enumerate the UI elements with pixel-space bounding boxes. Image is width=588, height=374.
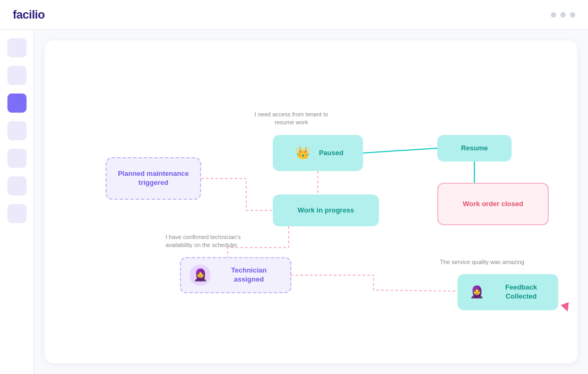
node-paused[interactable]: 👑 Paused <box>273 135 363 171</box>
header: facilio <box>0 0 588 30</box>
header-dot-1 <box>551 12 556 18</box>
sidebar-item-7[interactable] <box>7 204 27 223</box>
sidebar-item-6[interactable] <box>7 176 27 196</box>
sidebar-item-1[interactable] <box>7 38 27 57</box>
node-planned-maintenance[interactable]: Planned maintenance triggered <box>106 157 201 200</box>
avatar-technician: 🧕 <box>189 265 211 286</box>
logo: facilio <box>13 8 45 22</box>
node-work-in-progress[interactable]: Work in progress <box>273 194 379 226</box>
svg-line-0 <box>363 148 437 153</box>
comment-paused: I need access from tenant to resume work <box>252 110 331 127</box>
node-feedback-collected[interactable]: 🧕 Feedback Collected <box>457 274 558 310</box>
node-technician-assigned[interactable]: 🧕 Technician assigned <box>180 257 291 293</box>
sidebar-item-5[interactable] <box>7 149 27 168</box>
card-area: I need access from tenant to resume work… <box>45 40 577 363</box>
node-resume[interactable]: Resume <box>437 135 512 162</box>
avatar-feedback: 🧕 <box>466 282 487 303</box>
node-work-order-closed[interactable]: Work order closed <box>437 183 549 225</box>
comment-feedback: The service quality was amazing <box>440 258 524 266</box>
main-layout: I need access from tenant to resume work… <box>0 30 588 374</box>
sidebar-item-3[interactable] <box>7 94 27 113</box>
flow-diagram: I need access from tenant to resume work… <box>45 40 577 363</box>
header-dot-2 <box>560 12 566 18</box>
comment-technician: I have confirmed technician's availabili… <box>166 233 256 250</box>
sidebar-item-4[interactable] <box>7 121 27 140</box>
sidebar <box>0 30 34 374</box>
canvas[interactable]: I need access from tenant to resume work… <box>34 30 588 374</box>
avatar-paused: 👑 <box>292 142 314 164</box>
header-dots <box>551 12 575 18</box>
header-dot-3 <box>570 12 575 18</box>
sidebar-item-2[interactable] <box>7 66 27 85</box>
cursor <box>561 302 572 313</box>
